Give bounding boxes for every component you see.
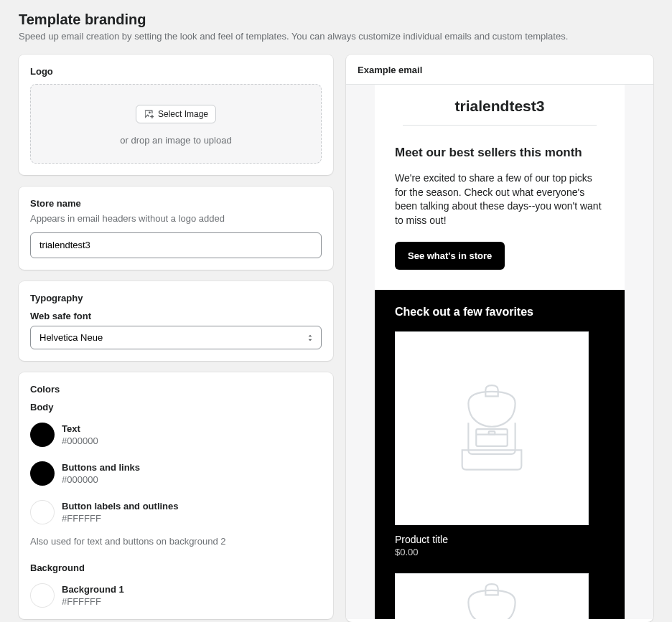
logo-upload-zone[interactable]: Select Image or drop an image to upload [30, 84, 322, 164]
backpack-icon [452, 583, 531, 619]
background-heading: Background [30, 562, 322, 573]
product-price: $0.00 [395, 547, 605, 557]
store-name-heading: Store name [30, 198, 322, 209]
store-name-input[interactable] [30, 232, 322, 258]
store-name-card: Store name Appears in email headers with… [19, 187, 333, 270]
page-title: Template branding [19, 11, 653, 28]
email-body: trialendtest3 Meet our best sellers this… [375, 85, 625, 619]
typography-heading: Typography [30, 293, 322, 303]
product-title: Product title [395, 534, 605, 545]
email-cta-button[interactable]: See what's in store [395, 242, 505, 270]
color-row-bg1: Background 1 #FFFFFF [30, 583, 322, 608]
color-label-text: Text [62, 423, 98, 434]
color-hex-buttons-links: #000000 [62, 474, 140, 485]
color-swatch-button-labels[interactable] [30, 500, 55, 524]
color-hex-text: #000000 [62, 435, 98, 446]
preview-heading: Example email [346, 55, 653, 84]
font-label: Web safe font [30, 311, 322, 321]
color-swatch-text[interactable] [30, 423, 55, 447]
drop-hint: or drop an image to upload [42, 135, 309, 146]
color-row-text: Text #000000 [30, 423, 322, 447]
body-heading: Body [30, 402, 322, 413]
logo-card: Logo Select Image or drop an image to up… [19, 55, 333, 175]
select-image-label: Select Image [158, 109, 208, 119]
email-hero-body: We're excited to share a few of our top … [395, 171, 605, 227]
colors-heading: Colors [30, 384, 322, 395]
color-label-bg1: Background 1 [62, 584, 124, 595]
favorites-heading: Check out a few favorites [395, 306, 605, 319]
colors-card: Colors Body Text #000000 Buttons and lin… [19, 372, 333, 619]
email-hero-heading: Meet our best sellers this month [395, 146, 605, 160]
color-hex-bg1: #FFFFFF [62, 596, 124, 607]
typography-card: Typography Web safe font Helvetica Neue [19, 281, 333, 361]
select-image-button[interactable]: Select Image [136, 105, 216, 123]
email-divider [403, 125, 597, 126]
store-name-helper: Appears in email headers without a logo … [30, 213, 322, 224]
product-image-placeholder [395, 331, 589, 525]
color-row-buttons-links: Buttons and links #000000 [30, 461, 322, 486]
email-store-name: trialendtest3 [395, 98, 605, 115]
preview-frame: trialendtest3 Meet our best sellers this… [346, 84, 653, 619]
page-subtitle: Speed up email creation by setting the l… [19, 31, 653, 42]
image-icon [144, 109, 154, 119]
color-row-button-labels: Button labels and outlines #FFFFFF [30, 500, 322, 524]
bg2-note: Also used for text and buttons on backgr… [30, 536, 322, 547]
preview-card: Example email trialendtest3 Meet our bes… [346, 55, 653, 622]
product-image-placeholder-2 [395, 573, 589, 619]
logo-heading: Logo [30, 66, 322, 77]
color-swatch-bg1[interactable] [30, 583, 55, 608]
color-hex-button-labels: #FFFFFF [62, 513, 179, 524]
color-label-buttons-links: Buttons and links [62, 462, 140, 473]
color-swatch-buttons-links[interactable] [30, 461, 55, 486]
color-label-button-labels: Button labels and outlines [62, 501, 179, 512]
font-select[interactable]: Helvetica Neue [30, 326, 322, 349]
backpack-icon [452, 384, 531, 473]
svg-rect-2 [489, 431, 495, 434]
